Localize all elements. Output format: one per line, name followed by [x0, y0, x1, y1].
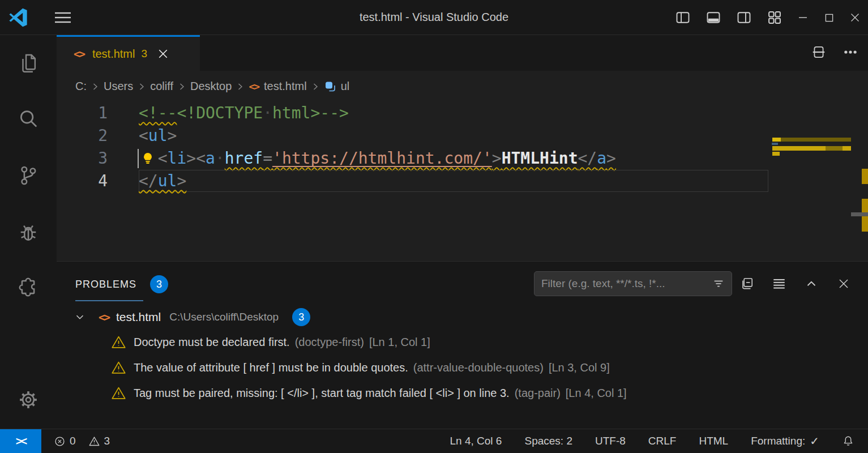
source-control-icon[interactable] [0, 154, 57, 197]
problems-filter-input[interactable]: Filter (e.g. text, **/*.ts, !*... [534, 271, 732, 296]
search-icon[interactable] [0, 97, 57, 140]
problem-item[interactable]: Tag must be paired, missing: [ </li> ], … [111, 381, 868, 406]
code-line[interactable]: 3 <li><a·href='https://htmlhint.com/'>HT… [57, 147, 868, 170]
problems-tab-label: PROBLEMS [75, 279, 136, 290]
close-window-icon[interactable] [842, 0, 868, 35]
warning-icon [111, 335, 126, 350]
code-line[interactable]: 4</ul> [57, 170, 868, 193]
breadcrumb: C: Users coliff Desktop <>test.html ul [57, 71, 868, 102]
line-number: 1 [57, 102, 108, 125]
code-line[interactable]: 2<ul> [57, 125, 868, 147]
maximize-panel-icon[interactable] [804, 276, 819, 291]
code-token: · [263, 104, 272, 122]
customize-layout-icon[interactable] [759, 0, 790, 35]
run-debug-icon[interactable] [0, 211, 57, 254]
problem-message: The value of attribute [ href ] must be … [134, 361, 408, 374]
code-token: <!-- [139, 104, 177, 122]
breadcrumb-file[interactable]: <>test.html [249, 80, 306, 93]
breadcrumb-desktop[interactable]: Desktop [190, 80, 232, 93]
line-content: <li><a·href='https://htmlhint.com/'>HTML… [139, 147, 616, 170]
toggle-secondary-sidebar-icon[interactable] [729, 0, 759, 35]
problems-file-group[interactable]: <> test.html C:\Users\coliff\Desktop 3 [57, 305, 868, 330]
status-cursor-position[interactable]: Ln 4, Col 6 [450, 435, 502, 447]
text-cursor [138, 149, 139, 168]
status-indentation[interactable]: Spaces: 2 [524, 435, 572, 447]
problem-message: Doctype must be declared first. [134, 336, 290, 349]
code-token: <!DOCTYPE [177, 104, 263, 122]
tab-problems[interactable]: PROBLEMS 3 [75, 275, 168, 293]
remote-indicator[interactable]: >< [0, 429, 41, 453]
tab-label: test.html [92, 48, 135, 61]
minimap-line-4 [772, 152, 780, 156]
minimap-line-3-mark [826, 146, 843, 151]
status-language[interactable]: HTML [699, 435, 728, 447]
line-content: <ul> [139, 125, 177, 147]
problem-item[interactable]: Doctype must be declared first. (doctype… [111, 330, 868, 355]
collapse-all-icon[interactable] [739, 276, 754, 291]
scrollbar-slider[interactable] [851, 212, 868, 216]
explorer-icon[interactable] [0, 42, 57, 85]
chevron-right-icon [311, 82, 320, 91]
status-eol[interactable]: CRLF [648, 435, 677, 447]
toggle-primary-sidebar-icon[interactable] [668, 0, 698, 35]
minimap-line-2 [772, 143, 778, 145]
problem-code: (doctype-first) [295, 336, 364, 349]
status-encoding[interactable]: UTF-8 [595, 435, 626, 447]
maximize-icon[interactable] [816, 0, 842, 35]
ruler-warning-mark [862, 199, 868, 213]
code-token: HTMLHint [502, 149, 578, 168]
chevron-right-icon [177, 82, 186, 91]
html-file-icon: <> [99, 311, 109, 323]
code-token: href [225, 149, 263, 168]
problem-location: [Ln 1, Col 1] [369, 336, 430, 349]
html-file-icon: <> [249, 80, 259, 92]
notifications-bell-icon[interactable] [842, 435, 854, 447]
view-as-table-icon[interactable] [772, 276, 786, 291]
extensions-icon[interactable] [0, 266, 57, 309]
problem-message: Tag must be paired, missing: [ </li> ], … [134, 387, 510, 400]
code-link[interactable]: 'https://htmlhint.com/' [272, 149, 492, 168]
problems-file-name: test.html [116, 310, 161, 324]
minimap[interactable] [772, 137, 851, 262]
code-token: > [168, 126, 177, 145]
more-actions-icon[interactable] [843, 45, 858, 62]
line-content: <!--<!DOCTYPE·html>--> [139, 102, 349, 125]
tab-close-icon[interactable] [156, 47, 170, 61]
breadcrumb-coliff[interactable]: coliff [150, 80, 173, 93]
tab-test-html[interactable]: <> test.html 3 [57, 35, 200, 71]
problem-item[interactable]: The value of attribute [ href ] must be … [111, 355, 868, 381]
error-icon [54, 435, 66, 447]
problem-code: (tag-pair) [515, 387, 561, 400]
code-token: >< [186, 149, 206, 168]
menu-icon[interactable] [53, 7, 73, 28]
split-editor-icon[interactable] [811, 45, 826, 62]
code-token: < [139, 126, 148, 145]
status-formatting[interactable]: Formatting:✓ [751, 434, 819, 448]
filter-icon [712, 277, 725, 290]
status-problems[interactable]: 0 3 [54, 435, 110, 447]
code-token: < [158, 149, 168, 168]
warning-count: 3 [104, 435, 110, 447]
chevron-down-icon[interactable] [74, 311, 86, 323]
code-token: > [177, 172, 186, 190]
tab-problems-count: 3 [141, 48, 147, 60]
close-panel-icon[interactable] [836, 276, 851, 291]
status-bar: >< 0 3 Ln 4, Col 6 Spaces: 2 UTF-8 CRLF … [0, 429, 868, 453]
chevron-right-icon [236, 82, 245, 91]
code-line[interactable]: 1<!--<!DOCTYPE·html>--> [57, 102, 868, 125]
breadcrumb-symbol-ul[interactable]: ul [324, 80, 350, 93]
code-editor[interactable]: 1<!--<!DOCTYPE·html>-->2<ul>3 <li><a·hre… [57, 102, 868, 261]
vscode-window: test.html - Visual Studio Code [0, 0, 868, 453]
lightbulb-icon[interactable] [140, 151, 156, 166]
vscode-logo-icon [8, 8, 28, 27]
breadcrumb-drive[interactable]: C: [75, 80, 87, 93]
overview-ruler[interactable] [851, 102, 868, 261]
warning-icon [88, 435, 100, 447]
code-token: a [597, 149, 606, 168]
ruler-warning-mark [862, 216, 868, 232]
breadcrumb-users[interactable]: Users [104, 80, 133, 93]
settings-gear-icon[interactable] [0, 378, 57, 421]
minimize-icon[interactable] [790, 0, 816, 35]
code-token: 'https://htmlhint.com/' [272, 149, 492, 168]
toggle-panel-icon[interactable] [698, 0, 729, 35]
